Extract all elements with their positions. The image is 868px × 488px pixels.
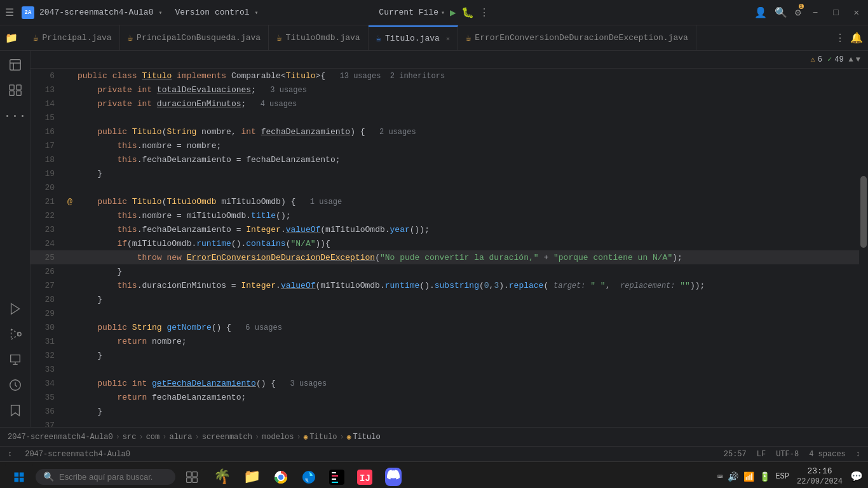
scrollbar[interactable]: [859, 69, 868, 427]
current-file-arrow: ▾: [441, 9, 445, 17]
debug-button[interactable]: 🐛: [461, 6, 474, 19]
code-line-30: 30 public String getNombre() { 6 usages: [31, 320, 859, 334]
tab-titulo-omdb[interactable]: ☕ TituloOmdb.java: [269, 25, 368, 50]
principal-tab-icon: ☕: [33, 32, 38, 43]
tab-titulo[interactable]: ☕ Titulo.java ✕: [369, 25, 458, 50]
nav-arrows[interactable]: ▲ ▼: [849, 55, 860, 64]
git-indent-icon[interactable]: ↕: [856, 450, 860, 459]
sidebar-more-icon[interactable]: ···: [4, 104, 27, 127]
breadcrumb-item-screenmatch[interactable]: screenmatch: [202, 433, 252, 442]
breadcrumb-item-titulo-class[interactable]: ◉ Titulo: [304, 433, 337, 442]
scroll-thumb[interactable]: [860, 176, 867, 248]
sidebar-debug-icon[interactable]: [4, 323, 27, 346]
up-arrow-icon[interactable]: ▲: [849, 55, 853, 64]
svg-rect-20: [332, 472, 336, 473]
code-line-18: 18 this.fechaDeLanzamiento = fechaDeLanz…: [31, 152, 859, 166]
breadcrumb-item-project[interactable]: 2047-screenmatch4-Aula0: [8, 433, 113, 442]
error-exception-tab-label: ErrorEnConversionDeDuracionDeException.j…: [475, 33, 688, 43]
version-control-label[interactable]: Version control: [175, 8, 249, 17]
search-box[interactable]: 🔍: [36, 469, 175, 485]
warning-icon: ⚠: [811, 55, 815, 64]
start-button[interactable]: [5, 463, 33, 489]
code-line-6: 6 public class Titulo implements Compara…: [31, 69, 859, 83]
code-line-34: 34 public int getFechaDeLanzamiento() { …: [31, 376, 859, 390]
status-bar: ↕ 2047-screenmatch4-Aula0 25:57 LF UTF-8…: [0, 446, 868, 461]
run-button[interactable]: ▶: [450, 6, 456, 19]
breadcrumb-item-modelos[interactable]: modelos: [262, 433, 294, 442]
principal-tab-label: Principal.java: [42, 33, 111, 43]
taskbar-date: 22/09/2024: [797, 477, 843, 487]
tab-principal[interactable]: ☕ Principal.java: [25, 25, 120, 50]
project-dropdown-icon[interactable]: ▾: [158, 9, 162, 17]
svg-rect-16: [193, 477, 198, 482]
tab-principal-busqueda[interactable]: ☕ PrincipalConBusqueda.java: [120, 25, 269, 50]
close-button[interactable]: ✕: [850, 6, 863, 19]
chrome-app[interactable]: [268, 467, 294, 487]
title-bar: ☰ 2A 2047-screenmatch4-Aula0 ▾ Version c…: [0, 0, 868, 25]
git-status-icon[interactable]: ↕: [8, 450, 12, 459]
language-indicator[interactable]: ESP: [775, 472, 789, 481]
cursor-position[interactable]: 25:57: [724, 450, 747, 459]
current-file-button[interactable]: Current File ▾: [379, 8, 445, 17]
svg-rect-3: [9, 91, 13, 95]
notification-icon[interactable]: 🔔: [850, 32, 863, 44]
line-ending[interactable]: LF: [757, 450, 766, 459]
edge-app[interactable]: [296, 467, 322, 487]
sidebar-structure-icon[interactable]: [4, 79, 27, 102]
code-content[interactable]: 6 public class Titulo implements Compara…: [31, 69, 868, 427]
more-button[interactable]: ⋮: [479, 6, 489, 19]
breadcrumb-item-src[interactable]: src: [123, 433, 137, 442]
svg-point-18: [278, 475, 283, 480]
svg-rect-11: [15, 477, 19, 482]
version-control-dropdown[interactable]: ▾: [255, 9, 259, 17]
sidebar-bookmark-icon[interactable]: [4, 399, 27, 422]
svg-rect-14: [193, 471, 198, 477]
account-icon[interactable]: 👤: [754, 6, 767, 19]
sidebar-commit-icon[interactable]: [4, 348, 27, 371]
error-exception-tab-icon: ☕: [466, 32, 471, 43]
jetbrains-app[interactable]: [324, 467, 349, 487]
titulo-tab-close[interactable]: ✕: [446, 35, 450, 43]
breadcrumb-item-alura[interactable]: alura: [169, 433, 192, 442]
settings-icon[interactable]: ⚙1: [795, 6, 801, 19]
discord-app[interactable]: [380, 465, 407, 488]
tab-folder-icon[interactable]: 📁: [0, 25, 25, 50]
svg-rect-4: [16, 91, 20, 95]
indent[interactable]: 4 spaces: [809, 450, 846, 459]
code-line-20: 20: [31, 180, 859, 194]
task-view-button[interactable]: [178, 463, 206, 489]
breadcrumb-item-com[interactable]: com: [146, 433, 160, 442]
code-line-23: 23 this.fechaDeLanzamiento = Integer.val…: [31, 222, 859, 236]
notifications-icon[interactable]: 💬: [850, 470, 863, 483]
search-icon[interactable]: 🔍: [775, 6, 787, 19]
svg-marker-6: [11, 329, 19, 340]
minimize-button[interactable]: −: [809, 6, 822, 19]
idea-app[interactable]: IJ: [352, 467, 377, 487]
tab-error-exception[interactable]: ☕ ErrorEnConversionDeDuracionDeException…: [458, 25, 696, 50]
tab-bar: 📁 ☕ Principal.java ☕ PrincipalConBusqued…: [0, 25, 868, 51]
maximize-button[interactable]: □: [829, 6, 842, 19]
down-arrow-icon[interactable]: ▼: [856, 55, 860, 64]
code-line-25: 25 throw new ErrorEnConversionDeDuracion…: [31, 250, 859, 264]
code-line-28: 28 }: [31, 292, 859, 306]
svg-rect-0: [10, 60, 20, 71]
code-line-31: 31 return nombre;: [31, 334, 859, 348]
hamburger-icon[interactable]: ☰: [5, 6, 14, 19]
code-line-13: 13 private int totalDeEvaluaciones; 3 us…: [31, 83, 859, 97]
sidebar-run-icon[interactable]: [4, 297, 27, 320]
sidebar-project-icon[interactable]: [4, 53, 27, 76]
folder-app[interactable]: 📁: [238, 466, 266, 488]
check-count[interactable]: ✓ 49: [827, 55, 844, 64]
encoding[interactable]: UTF-8: [776, 450, 799, 459]
palm-tree-app[interactable]: 🌴: [208, 466, 236, 488]
code-line-26: 26 }: [31, 264, 859, 278]
code-line-32: 32 }: [31, 348, 859, 362]
code-line-24: 24 if(miTituloOmdb.runtime().contains("N…: [31, 236, 859, 250]
sidebar-clock-icon[interactable]: [4, 374, 27, 396]
taskbar-clock[interactable]: 23:16 22/09/2024: [797, 466, 843, 487]
warning-count[interactable]: ⚠ 6: [811, 55, 822, 64]
system-tray[interactable]: ⌨ 🔊 📶 🔋 ESP: [717, 471, 789, 482]
tab-more-icon[interactable]: ⋮: [835, 32, 845, 44]
taskbar-search-input[interactable]: [59, 472, 161, 482]
breadcrumb-item-titulo-method[interactable]: ◉ Titulo: [347, 433, 381, 442]
